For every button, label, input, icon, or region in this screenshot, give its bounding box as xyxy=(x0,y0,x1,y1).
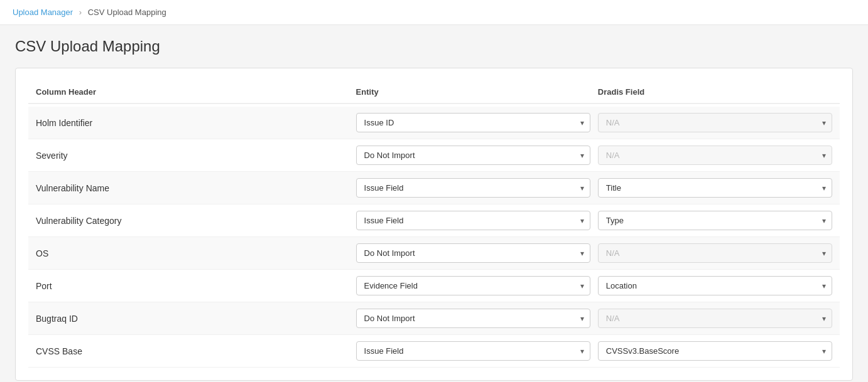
row-entity-wrapper: Issue FieldDo Not ImportIssue IDEvidence… xyxy=(356,341,590,361)
row-dradis-wrapper: N/A xyxy=(598,309,832,328)
dradis-field-select: N/A xyxy=(598,309,832,328)
entity-select[interactable]: Do Not ImportIssue IDIssue FieldEvidence… xyxy=(356,243,590,263)
table-row: Vulnerability NameIssue FieldDo Not Impo… xyxy=(28,172,840,204)
row-entity-wrapper: Do Not ImportIssue IDIssue FieldEvidence… xyxy=(356,243,590,263)
row-dradis-wrapper: TypeTitleCVSSv3.BaseScoreLocationN/A xyxy=(598,211,832,230)
entity-select[interactable]: Do Not ImportIssue IDIssue FieldEvidence… xyxy=(356,146,590,165)
header-entity: Entity xyxy=(356,87,590,97)
row-column-header: Bugtraq ID xyxy=(36,314,349,324)
row-dradis-wrapper: TitleTypeCVSSv3.BaseScoreLocationN/A xyxy=(598,178,832,198)
row-dradis-wrapper: LocationTitleTypeCVSSv3.BaseScoreN/A xyxy=(598,276,832,295)
dradis-field-select[interactable]: TypeTitleCVSSv3.BaseScoreLocationN/A xyxy=(598,211,832,230)
row-entity-wrapper: Evidence FieldDo Not ImportIssue IDIssue… xyxy=(356,276,590,295)
dradis-field-select[interactable]: TitleTypeCVSSv3.BaseScoreLocationN/A xyxy=(598,178,832,198)
entity-select[interactable]: Do Not ImportIssue IDIssue FieldEvidence… xyxy=(356,309,590,328)
row-dradis-wrapper: N/A xyxy=(598,113,832,132)
table-row: Vulnerability CategoryIssue FieldDo Not … xyxy=(28,204,840,237)
row-entity-wrapper: Issue IDDo Not ImportIssue FieldEvidence… xyxy=(356,113,590,132)
dradis-field-select[interactable]: CVSSv3.BaseScoreTitleTypeLocationN/A xyxy=(598,341,832,361)
breadcrumb-current: CSV Upload Mapping xyxy=(88,8,166,17)
row-entity-wrapper: Issue FieldDo Not ImportIssue IDEvidence… xyxy=(356,178,590,198)
dradis-field-select: N/A xyxy=(598,243,832,263)
row-column-header: Severity xyxy=(36,151,349,161)
row-dradis-wrapper: CVSSv3.BaseScoreTitleTypeLocationN/A xyxy=(598,341,832,361)
table-header: Column Header Entity Dradis Field xyxy=(28,81,840,104)
entity-select[interactable]: Issue IDDo Not ImportIssue FieldEvidence… xyxy=(356,113,590,132)
page-title: CSV Upload Mapping xyxy=(15,38,853,55)
header-column-header: Column Header xyxy=(36,87,349,97)
row-column-header: Vulnerability Name xyxy=(36,183,349,193)
table-body: Holm IdentifierIssue IDDo Not ImportIssu… xyxy=(28,107,840,368)
row-dradis-wrapper: N/A xyxy=(598,146,832,165)
table-row: Bugtraq IDDo Not ImportIssue IDIssue Fie… xyxy=(28,302,840,335)
breadcrumb-upload-manager-link[interactable]: Upload Manager xyxy=(13,8,73,17)
dradis-field-select: N/A xyxy=(598,113,832,132)
breadcrumb: Upload Manager › CSV Upload Mapping xyxy=(0,0,868,25)
row-dradis-wrapper: N/A xyxy=(598,243,832,263)
table-row: PortEvidence FieldDo Not ImportIssue IDI… xyxy=(28,270,840,302)
entity-select[interactable]: Evidence FieldDo Not ImportIssue IDIssue… xyxy=(356,276,590,295)
dradis-field-select[interactable]: LocationTitleTypeCVSSv3.BaseScoreN/A xyxy=(598,276,832,295)
table-row: Holm IdentifierIssue IDDo Not ImportIssu… xyxy=(28,107,840,139)
table-row: OSDo Not ImportIssue IDIssue FieldEviden… xyxy=(28,237,840,270)
entity-select[interactable]: Issue FieldDo Not ImportIssue IDEvidence… xyxy=(356,211,590,230)
table-row: SeverityDo Not ImportIssue IDIssue Field… xyxy=(28,139,840,172)
mapping-card: Column Header Entity Dradis Field Holm I… xyxy=(15,68,853,381)
row-column-header: OS xyxy=(36,248,349,258)
breadcrumb-separator: › xyxy=(79,8,82,17)
row-entity-wrapper: Do Not ImportIssue IDIssue FieldEvidence… xyxy=(356,309,590,328)
row-column-header: Vulnerability Category xyxy=(36,216,349,226)
entity-select[interactable]: Issue FieldDo Not ImportIssue IDEvidence… xyxy=(356,341,590,361)
entity-select[interactable]: Issue FieldDo Not ImportIssue IDEvidence… xyxy=(356,178,590,198)
table-row: CVSS BaseIssue FieldDo Not ImportIssue I… xyxy=(28,335,840,368)
row-entity-wrapper: Issue FieldDo Not ImportIssue IDEvidence… xyxy=(356,211,590,230)
row-column-header: Holm Identifier xyxy=(36,118,349,128)
row-column-header: CVSS Base xyxy=(36,346,349,356)
dradis-field-select: N/A xyxy=(598,146,832,165)
row-column-header: Port xyxy=(36,281,349,291)
row-entity-wrapper: Do Not ImportIssue IDIssue FieldEvidence… xyxy=(356,146,590,165)
header-dradis-field: Dradis Field xyxy=(598,87,832,97)
